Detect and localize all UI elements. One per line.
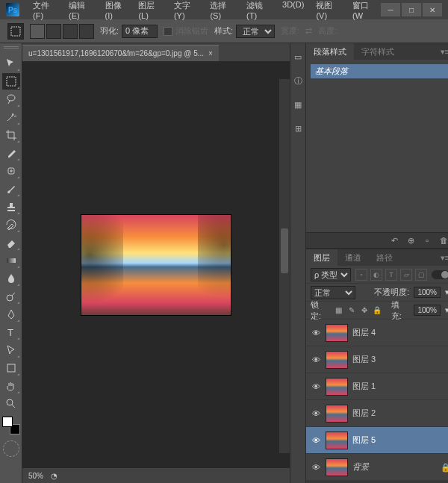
lock-position-icon[interactable]: ✥ (359, 305, 370, 316)
path-select-tool[interactable] (2, 342, 20, 358)
menu-file[interactable]: 文件(F) (28, 0, 61, 22)
new-style-icon[interactable]: ⊕ (405, 234, 417, 246)
blur-tool[interactable] (2, 270, 20, 287)
menu-3d[interactable]: 3D(D) (278, 0, 308, 22)
menu-view[interactable]: 视图(V) (311, 0, 345, 22)
selection-new-icon[interactable] (30, 24, 45, 39)
filter-adjust-icon[interactable]: ◐ (370, 269, 382, 281)
menu-filter[interactable]: 滤镜(T) (242, 0, 275, 22)
canvas-image[interactable] (81, 215, 231, 315)
history-panel-icon[interactable]: ▭ (290, 49, 305, 64)
layer-row[interactable]: 👁背景🔒 (306, 454, 448, 481)
hand-tool[interactable] (2, 378, 20, 394)
new-icon[interactable]: ▫ (421, 234, 433, 246)
pen-tool[interactable] (2, 306, 20, 322)
minimize-button[interactable]: ─ (381, 3, 400, 16)
tab-close-icon[interactable]: × (208, 49, 213, 57)
active-tool-icon[interactable] (7, 23, 24, 40)
swatches-panel-icon[interactable]: ⊞ (290, 121, 305, 136)
maximize-button[interactable]: □ (402, 3, 421, 16)
tab-paths[interactable]: 路径 (369, 249, 400, 266)
layer-row[interactable]: 👁图层 5 (306, 427, 448, 454)
layer-name[interactable]: 图层 4 (352, 327, 448, 338)
filter-pixel-icon[interactable]: ▫ (355, 269, 367, 281)
layer-name[interactable]: 背景 (352, 461, 436, 473)
canvas-area[interactable] (22, 61, 290, 468)
filter-type-icon[interactable]: T (385, 269, 397, 281)
shape-tool[interactable] (2, 360, 20, 376)
eraser-tool[interactable] (2, 234, 20, 251)
layer-thumbnail[interactable] (326, 431, 348, 449)
layer-name[interactable]: 图层 5 (352, 434, 448, 446)
fill-value[interactable]: 100% (414, 305, 441, 316)
layer-filter-kind[interactable]: ρ 类型 (311, 268, 351, 281)
lock-all-icon[interactable]: 🔒 (372, 305, 382, 316)
selection-subtract-icon[interactable] (63, 24, 78, 39)
tab-layers[interactable]: 图层 (306, 249, 337, 266)
filter-smart-icon[interactable]: ▢ (415, 269, 427, 281)
color-panel-icon[interactable]: ▦ (290, 97, 305, 112)
panel-menu-icon[interactable]: ▾≡ (436, 47, 448, 57)
lock-transparency-icon[interactable]: ▦ (334, 305, 344, 316)
layer-thumbnail[interactable] (326, 405, 348, 423)
document-tab[interactable]: u=1301561917,1696120670&fm=26&gp=0.jpg @… (22, 45, 219, 61)
layer-thumbnail[interactable] (326, 378, 348, 396)
history-brush-tool[interactable] (2, 216, 20, 233)
zoom-level[interactable]: 50% (28, 472, 43, 480)
wand-tool[interactable] (2, 109, 20, 125)
dodge-tool[interactable] (2, 288, 20, 305)
selection-intersect-icon[interactable] (79, 24, 94, 39)
eyedropper-tool[interactable] (2, 145, 20, 161)
crop-tool[interactable] (2, 127, 20, 143)
lasso-tool[interactable] (2, 91, 20, 107)
tab-character-styles[interactable]: 字符样式 (354, 43, 402, 60)
type-tool[interactable]: T (2, 324, 20, 340)
layer-thumbnail[interactable] (326, 458, 348, 476)
color-swatches[interactable] (2, 417, 20, 434)
opacity-dropdown-icon[interactable]: ▾ (445, 287, 448, 297)
visibility-toggle-icon[interactable]: 👁 (311, 435, 321, 446)
opacity-value[interactable]: 100% (414, 287, 441, 298)
visibility-toggle-icon[interactable]: 👁 (311, 328, 321, 338)
tab-paragraph-styles[interactable]: 段落样式 (306, 43, 354, 60)
visibility-toggle-icon[interactable]: 👁 (311, 381, 321, 392)
lock-pixels-icon[interactable]: ✎ (346, 305, 357, 316)
layer-name[interactable]: 图层 1 (352, 381, 448, 392)
menu-edit[interactable]: 编辑(E) (64, 0, 98, 22)
menu-select[interactable]: 选择(S) (205, 0, 239, 22)
panel-grip[interactable] (4, 46, 19, 51)
info-panel-icon[interactable]: ⓘ (290, 73, 305, 88)
close-button[interactable]: ✕ (423, 3, 442, 16)
marquee-tool[interactable] (2, 73, 20, 90)
layer-name[interactable]: 图层 3 (352, 354, 448, 365)
menu-window[interactable]: 窗口(W (348, 0, 381, 22)
menu-layer[interactable]: 图层(L) (134, 0, 167, 22)
layer-row[interactable]: 👁图层 1 (306, 373, 448, 400)
layers-panel-menu-icon[interactable]: ▾≡ (436, 253, 448, 263)
visibility-toggle-icon[interactable]: 👁 (311, 355, 321, 365)
paragraph-style-item[interactable]: 基本段落 (311, 64, 448, 78)
zoom-tool[interactable] (2, 396, 20, 412)
blend-mode-select[interactable]: 正常 (311, 286, 355, 299)
filter-shape-icon[interactable]: ▱ (400, 269, 412, 281)
quickmask-toggle[interactable] (3, 440, 19, 457)
selection-add-icon[interactable] (46, 24, 61, 39)
fill-dropdown-icon[interactable]: ▾ (445, 305, 448, 315)
foreground-color-swatch[interactable] (2, 417, 13, 427)
clear-override-icon[interactable]: ↶ (388, 234, 400, 246)
layer-thumbnail[interactable] (326, 351, 348, 369)
feather-input[interactable] (122, 25, 158, 38)
stamp-tool[interactable] (2, 199, 20, 215)
style-select[interactable]: 正常 (236, 25, 275, 38)
delete-icon[interactable]: 🗑 (438, 234, 448, 246)
tab-channels[interactable]: 通道 (337, 249, 369, 266)
menu-image[interactable]: 图像(I) (101, 0, 131, 22)
filter-toggle-switch[interactable] (432, 270, 448, 279)
layer-row[interactable]: 👁图层 2 (306, 400, 448, 427)
layer-row[interactable]: 👁图层 4 (306, 320, 448, 346)
layer-row[interactable]: 👁图层 3 (306, 346, 448, 373)
visibility-toggle-icon[interactable]: 👁 (311, 462, 321, 473)
vertical-scrollbar[interactable] (279, 79, 290, 453)
brush-tool[interactable] (2, 181, 20, 197)
visibility-toggle-icon[interactable]: 👁 (311, 408, 321, 419)
